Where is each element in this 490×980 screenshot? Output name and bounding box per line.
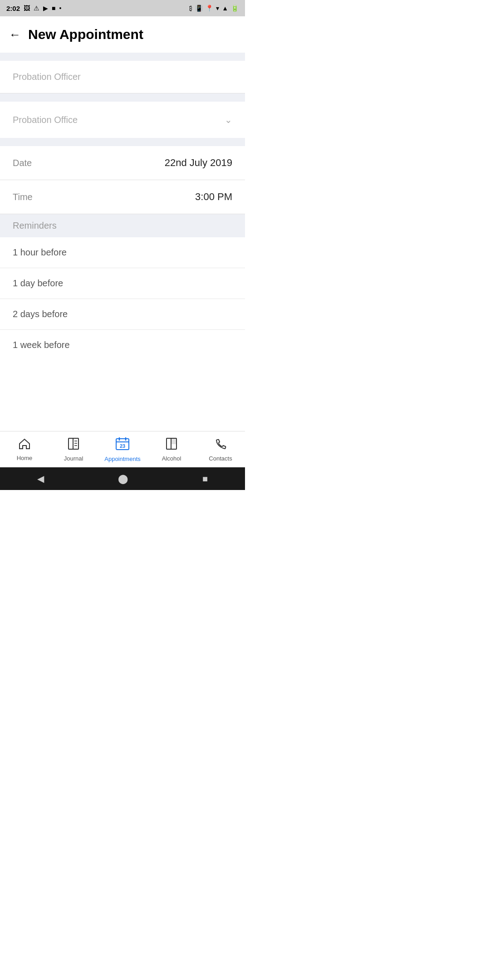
reminders-label: Reminders <box>13 220 57 230</box>
android-home-button[interactable]: ⬤ <box>118 473 128 484</box>
probation-office-section: Probation Office ⌄ <box>0 102 245 138</box>
reminder-text-1: 1 hour before <box>13 247 67 258</box>
status-right: ₿ 📳 📍 ▾ ▲ 🔋 <box>189 5 239 12</box>
nav-label-home: Home <box>17 455 33 461</box>
time-section: Time 3:00 PM <box>0 180 245 214</box>
separator-1 <box>0 53 245 61</box>
nav-label-appointments: Appointments <box>104 456 141 462</box>
status-bar: 2:02 🖼 ⚠ ▶ ■ • ₿ 📳 📍 ▾ ▲ 🔋 <box>0 0 245 16</box>
header: ← New Appointment <box>0 16 245 53</box>
warning-icon: ⚠ <box>34 5 39 12</box>
reminder-item-2[interactable]: 1 day before <box>0 268 245 299</box>
probation-office-label: Probation Office <box>13 115 78 125</box>
stop-icon: ■ <box>52 5 55 12</box>
back-button[interactable]: ← <box>9 28 21 42</box>
nav-item-journal[interactable]: Journal <box>49 437 98 462</box>
date-label: Date <box>13 158 32 168</box>
probation-officer-section: Probation Officer <box>0 61 245 93</box>
play-icon: ▶ <box>43 5 48 12</box>
status-left: 2:02 🖼 ⚠ ▶ ■ • <box>6 5 61 12</box>
reminder-text-2: 1 day before <box>13 278 63 289</box>
separator-2 <box>0 93 245 102</box>
svg-text:23: 23 <box>120 443 125 449</box>
android-recent-button[interactable]: ■ <box>202 474 208 484</box>
bottom-nav: Home Journal 23 Appointments <box>0 431 245 467</box>
contacts-icon <box>214 437 227 453</box>
reminder-item-4-partial[interactable]: 1 week before <box>0 330 245 350</box>
reminders-list: 1 hour before 1 day before 2 days before… <box>0 237 245 350</box>
bluetooth-icon: ₿ <box>189 5 192 12</box>
alcohol-icon <box>165 437 178 453</box>
nav-label-journal: Journal <box>64 455 83 462</box>
photo-icon: 🖼 <box>24 5 30 12</box>
battery-icon: 🔋 <box>231 5 239 12</box>
page-title: New Appointment <box>28 27 143 42</box>
nav-item-home[interactable]: Home <box>0 438 49 461</box>
vibrate-icon: 📳 <box>195 5 203 12</box>
date-section: Date 22nd July 2019 <box>0 146 245 180</box>
probation-officer-placeholder: Probation Officer <box>13 72 81 82</box>
nav-item-contacts[interactable]: Contacts <box>196 437 245 462</box>
wifi-icon: ▲ <box>222 5 228 12</box>
android-back-button[interactable]: ◀ <box>37 473 44 484</box>
dot-icon: • <box>59 5 62 12</box>
separator-3 <box>0 138 245 146</box>
chevron-down-icon: ⌄ <box>225 114 232 125</box>
status-time: 2:02 <box>6 5 20 12</box>
reminder-item-1[interactable]: 1 hour before <box>0 237 245 268</box>
nav-item-appointments[interactable]: 23 Appointments <box>98 437 147 462</box>
probation-officer-row[interactable]: Probation Officer <box>0 61 245 93</box>
nav-item-alcohol[interactable]: Alcohol <box>147 437 196 462</box>
signal-icon: ▾ <box>216 5 219 12</box>
reminder-item-3[interactable]: 2 days before <box>0 299 245 330</box>
reminder-text-4: 1 week before <box>13 340 70 350</box>
probation-office-row[interactable]: Probation Office ⌄ <box>0 102 245 138</box>
time-value: 3:00 PM <box>195 191 232 203</box>
android-nav-bar: ◀ ⬤ ■ <box>0 467 245 490</box>
date-value: 22nd July 2019 <box>165 157 232 169</box>
journal-icon <box>67 437 80 453</box>
home-icon <box>18 438 31 453</box>
nav-label-alcohol: Alcohol <box>162 455 181 462</box>
time-label: Time <box>13 192 33 202</box>
svg-rect-12 <box>172 439 176 444</box>
time-row[interactable]: Time 3:00 PM <box>0 180 245 214</box>
reminders-section-header: Reminders <box>0 214 245 237</box>
reminder-text-3: 2 days before <box>13 309 68 319</box>
appointments-icon: 23 <box>115 437 130 454</box>
nav-label-contacts: Contacts <box>209 455 232 462</box>
date-row[interactable]: Date 22nd July 2019 <box>0 146 245 180</box>
location-icon: 📍 <box>206 5 213 12</box>
